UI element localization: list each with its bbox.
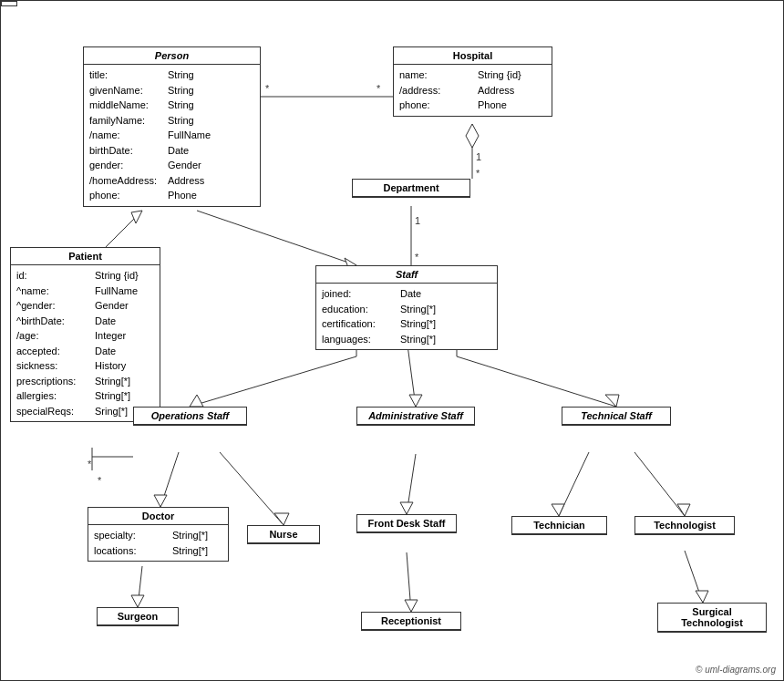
svg-text:*: * <box>98 475 102 486</box>
attr-row: phone:Phone <box>89 188 254 203</box>
class-header-hospital: Hospital <box>394 47 552 65</box>
class-operations_staff: Operations Staff <box>133 407 247 426</box>
attr-row: ^name:FullName <box>16 284 154 299</box>
attr-type: String[*] <box>95 374 130 389</box>
attr-type: Integer <box>95 328 126 344</box>
attr-name: prescriptions: <box>16 374 89 389</box>
class-front_desk_staff: Front Desk Staff <box>356 514 457 533</box>
class-surgical_technologist: Surgical Technologist <box>657 603 767 633</box>
class-body-hospital: name:String {id}/address:Addressphone:Ph… <box>394 65 552 116</box>
svg-line-28 <box>559 452 589 516</box>
attr-type: Address <box>478 83 514 98</box>
svg-text:*: * <box>265 83 270 94</box>
svg-line-15 <box>190 356 356 407</box>
class-technician: Technician <box>511 516 607 535</box>
svg-marker-23 <box>154 495 167 507</box>
attr-row: certification:String[*] <box>322 316 491 332</box>
attr-name: /address: <box>399 83 472 98</box>
svg-text:*: * <box>377 83 381 94</box>
class-patient: Patientid:String {id}^name:FullName^gend… <box>10 247 160 422</box>
attr-name: name: <box>399 67 472 83</box>
class-technologist: Technologist <box>634 516 735 535</box>
attr-type: Sring[*] <box>95 404 128 419</box>
svg-marker-25 <box>274 513 289 525</box>
attr-row: education:String[*] <box>322 302 491 317</box>
diagram-title <box>1 1 17 6</box>
attr-type: String <box>168 98 194 113</box>
attr-row: prescriptions:String[*] <box>16 374 154 389</box>
svg-marker-21 <box>605 395 619 407</box>
diagram-container: * * 1 * 1 * <box>0 0 784 681</box>
attr-type: String[*] <box>172 528 208 543</box>
class-header-technologist: Technologist <box>635 517 734 534</box>
attr-row: accepted:Date <box>16 344 154 359</box>
attr-name: id: <box>16 268 89 284</box>
attr-type: Gender <box>95 298 129 314</box>
class-body-patient: id:String {id}^name:FullName^gender:Gend… <box>11 265 160 421</box>
class-header-front_desk_staff: Front Desk Staff <box>357 515 456 532</box>
attr-row: /age:Integer <box>16 328 154 344</box>
attr-type: Date <box>95 314 116 329</box>
attr-row: phone:Phone <box>399 98 546 113</box>
attr-type: String[*] <box>172 543 208 559</box>
svg-line-10 <box>106 211 142 247</box>
svg-marker-33 <box>131 595 144 607</box>
attr-type: Date <box>95 344 116 359</box>
svg-line-34 <box>407 552 411 612</box>
attr-name: specialty: <box>94 528 167 543</box>
svg-text:*: * <box>476 168 480 179</box>
class-technical_staff: Technical Staff <box>562 407 671 426</box>
attr-type: String[*] <box>400 302 436 317</box>
svg-marker-31 <box>677 504 690 516</box>
attr-name: sickness: <box>16 358 89 374</box>
class-header-surgeon: Surgeon <box>98 608 178 625</box>
attr-row: familyName:String <box>89 113 254 129</box>
attr-row: specialty:String[*] <box>94 528 222 543</box>
attr-row: gender:Gender <box>89 158 254 173</box>
class-body-doctor: specialty:String[*]locations:String[*] <box>88 525 228 561</box>
svg-line-32 <box>138 566 142 607</box>
class-header-patient: Patient <box>11 248 160 265</box>
attr-type: String[*] <box>95 388 130 404</box>
attr-name: certification: <box>322 316 395 332</box>
svg-line-12 <box>197 211 356 265</box>
svg-marker-27 <box>400 502 413 514</box>
attr-row: locations:String[*] <box>94 543 222 559</box>
attr-row: /address:Address <box>399 83 546 98</box>
class-header-technician: Technician <box>512 517 606 534</box>
svg-marker-16 <box>190 395 203 407</box>
attr-type: String {id} <box>478 67 521 83</box>
attr-name: givenName: <box>89 83 162 98</box>
svg-marker-11 <box>131 211 142 223</box>
class-hospital: Hospitalname:String {id}/address:Address… <box>393 46 552 117</box>
attr-name: /name: <box>89 128 162 143</box>
svg-text:*: * <box>88 459 92 469</box>
attr-type: String <box>168 67 194 83</box>
class-body-person: title:StringgivenName:StringmiddleName:S… <box>84 65 260 206</box>
attr-row: birthDate:Date <box>89 143 254 159</box>
attr-name: birthDate: <box>89 143 162 159</box>
svg-text:*: * <box>415 252 419 263</box>
attr-type: History <box>95 358 126 374</box>
attr-name: gender: <box>89 158 162 173</box>
attr-name: title: <box>89 67 162 83</box>
attr-row: middleName:String <box>89 98 254 113</box>
attr-name: middleName: <box>89 98 162 113</box>
svg-text:1: 1 <box>415 215 420 226</box>
class-header-surgical_technologist: Surgical Technologist <box>658 604 766 632</box>
svg-marker-37 <box>696 591 708 603</box>
attr-row: /homeAddress:Address <box>89 173 254 189</box>
attr-type: Date <box>168 143 189 159</box>
svg-marker-4 <box>466 124 479 148</box>
attr-name: /homeAddress: <box>89 173 162 189</box>
attr-row: id:String {id} <box>16 268 154 284</box>
attr-type: Gender <box>168 158 201 173</box>
class-header-receptionist: Receptionist <box>362 613 460 630</box>
svg-marker-29 <box>552 504 564 516</box>
attr-name: specialReqs: <box>16 404 89 419</box>
attr-name: ^gender: <box>16 298 89 314</box>
class-header-staff: Staff <box>316 266 497 284</box>
svg-line-36 <box>685 551 703 603</box>
attr-row: title:String <box>89 67 254 83</box>
attr-name: ^birthDate: <box>16 314 89 329</box>
